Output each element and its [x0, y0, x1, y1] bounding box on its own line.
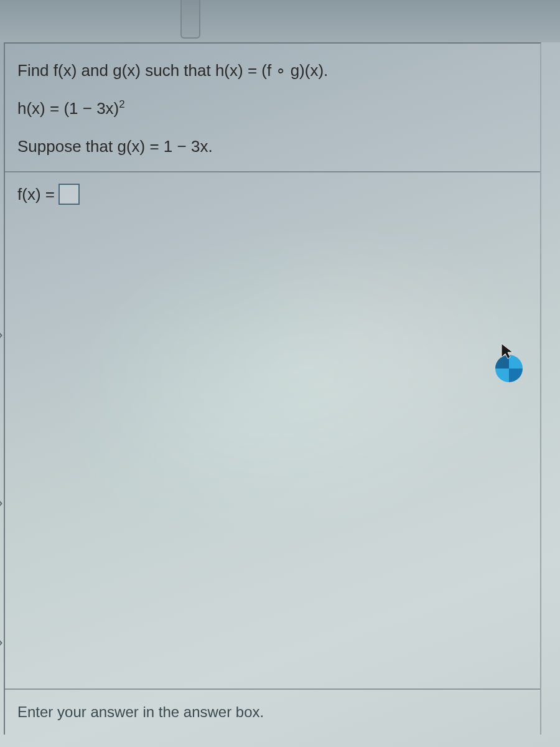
answer-area: f(x) = [5, 172, 540, 205]
partial-tab-outline [180, 0, 200, 39]
answer-line: f(x) = [17, 184, 528, 205]
question-line-1: Find f(x) and g(x) such that h(x) = (f ∘… [17, 60, 528, 82]
answer-prompt-label: f(x) = [17, 185, 55, 204]
window-top-edge [0, 0, 560, 42]
question-line-3: Suppose that g(x) = 1 − 3x. [17, 136, 528, 157]
footer-bar: Enter your answer in the answer box. [5, 688, 540, 735]
chevron-right-icon[interactable]: › [0, 324, 6, 345]
answer-input[interactable] [58, 184, 80, 205]
footer-hint-text: Enter your answer in the answer box. [17, 703, 264, 720]
question-panel: Find f(x) and g(x) such that h(x) = (f ∘… [4, 42, 541, 735]
question-statement: Find f(x) and g(x) such that h(x) = (f ∘… [5, 44, 540, 172]
loading-cursor-icon [495, 355, 523, 382]
chevron-right-icon[interactable]: › [0, 492, 6, 513]
question-line-2: h(x) = (1 − 3x)2 [17, 98, 528, 120]
chevron-right-icon[interactable]: › [0, 631, 6, 652]
